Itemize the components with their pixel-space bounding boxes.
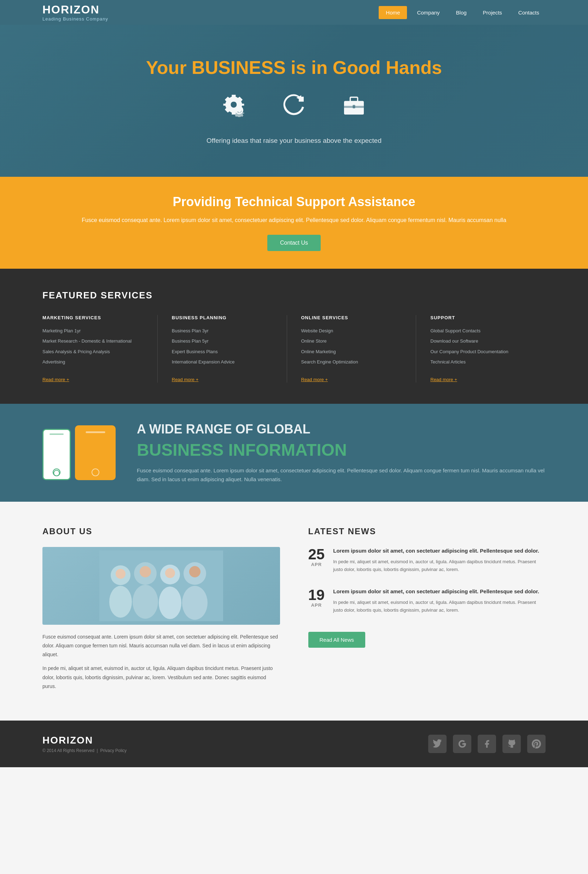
contact-us-button[interactable]: Contact Us [267, 235, 321, 251]
support-description: Fusce euismod consequat ante. Lorem ipsu… [71, 216, 517, 225]
hero-section: Your BUSINESS is in Good Hands [0, 25, 588, 177]
devices-illustration [42, 425, 116, 480]
about-column: ABOUT US [42, 526, 280, 696]
news-date-1: 25 APR [308, 547, 325, 567]
read-all-news-button[interactable]: Read All News [308, 632, 366, 648]
online-item-3: Online Marketing [301, 348, 405, 355]
online-item-4: Search Engine Optimization [301, 358, 405, 366]
nav-projects[interactable]: Projects [477, 7, 508, 18]
news-day-2: 19 [308, 588, 325, 603]
support-item-2: Download our Software [430, 338, 535, 345]
marketing-item-4: Advertising [42, 358, 147, 366]
svg-point-10 [133, 585, 158, 619]
people-illustration [42, 547, 280, 625]
support-col-title: SUPPORT [430, 315, 535, 320]
support-section: Providing Technical Support Assistance F… [0, 177, 588, 269]
nav-links: Home Company Blog Projects Contacts [379, 6, 546, 19]
hero-icons [146, 92, 442, 123]
svg-point-12 [159, 586, 182, 619]
nav-home[interactable]: Home [379, 6, 407, 19]
service-col-business: BUSINESS PLANNING Business Plan 3yr Busi… [172, 315, 287, 382]
news-month-2: APR [308, 603, 325, 608]
logo-area: HORIZON Leading Business Company [42, 3, 108, 22]
briefcase-icon [342, 92, 366, 123]
hero-title-pre: Your [146, 57, 192, 78]
nav-contacts[interactable]: Contacts [512, 7, 546, 18]
google-plus-icon[interactable] [453, 735, 471, 753]
online-title: ONLINE SERVICES [301, 315, 405, 320]
service-col-support: SUPPORT Global Support Contacts Download… [430, 315, 546, 382]
business-title: BUSINESS PLANNING [172, 315, 276, 320]
svg-rect-5 [353, 105, 356, 108]
footer-logo: HORIZON [42, 735, 127, 746]
bottom-section: ABOUT US [0, 502, 588, 721]
business-readmore[interactable]: Read more + [172, 377, 199, 382]
svg-point-8 [109, 586, 132, 618]
support-readmore[interactable]: Read more + [430, 377, 457, 382]
marketing-item-1: Marketing Plan 1yr [42, 327, 147, 334]
footer-social-icons [428, 735, 546, 753]
logo-tagline: Leading Business Company [42, 16, 108, 22]
navbar: HORIZON Leading Business Company Home Co… [0, 0, 588, 25]
refresh-icon [282, 92, 306, 123]
global-text-block: A WIDE RANGE OF GLOBAL BUSINESS INFORMAT… [137, 421, 546, 484]
global-section: A WIDE RANGE OF GLOBAL BUSINESS INFORMAT… [0, 404, 588, 502]
about-heading: ABOUT US [42, 526, 280, 536]
footer: HORIZON © 2014 All Rights Reserved | Pri… [0, 721, 588, 767]
svg-point-18 [189, 566, 201, 577]
services-section: FEATURED SERVICES MARKETING SERVICES Mar… [0, 269, 588, 404]
twitter-icon[interactable] [428, 735, 447, 753]
svg-point-17 [165, 568, 175, 578]
support-item-3: Our Company Product Documentation [430, 348, 535, 355]
business-item-1: Business Plan 3yr [172, 327, 276, 334]
footer-copyright: © 2014 All Rights Reserved | Privacy Pol… [42, 748, 127, 753]
svg-point-15 [116, 569, 126, 579]
news-content-1: Lorem ipsum dolor sit amet, con sectetue… [333, 547, 546, 573]
pinterest-icon[interactable] [527, 735, 546, 753]
online-readmore[interactable]: Read more + [301, 377, 328, 382]
news-item-1: 25 APR Lorem ipsum dolor sit amet, con s… [308, 547, 546, 573]
online-item-2: Online Store [301, 338, 405, 345]
services-grid: MARKETING SERVICES Marketing Plan 1yr Ma… [42, 315, 546, 382]
news-date-2: 19 APR [308, 588, 325, 608]
news-month-1: APR [308, 562, 325, 567]
news-body-1: In pede mi, aliquet sit amet, euismod in… [333, 558, 546, 573]
hero-subtitle: Offering ideas that raise your business … [146, 137, 442, 145]
about-image [42, 547, 280, 625]
global-description: Fusce euismod consequat ante. Lorem ipsu… [137, 466, 546, 484]
about-para-1: Fusce euismod consequat ante. Lorem ipsu… [42, 633, 280, 660]
support-title: Providing Technical Support Assistance [71, 195, 517, 209]
hero-title-post: is in Good Hands [286, 57, 442, 78]
news-content-2: Lorem ipsum dolor sit amet, con sectetue… [333, 588, 546, 614]
news-day-1: 25 [308, 547, 325, 562]
github-icon[interactable] [502, 735, 521, 753]
facebook-icon[interactable] [478, 735, 496, 753]
online-item-1: Website Design [301, 327, 405, 334]
news-heading: LATEST NEWS [308, 526, 546, 536]
marketing-item-2: Market Research - Domestic & Internation… [42, 338, 147, 345]
phone-device [42, 429, 71, 480]
about-para-2: In pede mi, aliquet sit amet, euismod in… [42, 664, 280, 691]
svg-point-16 [140, 566, 151, 577]
business-item-2: Business Plan 5yr [172, 338, 276, 345]
marketing-readmore[interactable]: Read more + [42, 377, 69, 382]
global-title-line1: A WIDE RANGE OF GLOBAL [137, 421, 546, 437]
gear-icon [221, 92, 246, 123]
news-column: LATEST NEWS 25 APR Lorem ipsum dolor sit… [308, 526, 546, 696]
global-title-line2: BUSINESS INFORMATION [137, 440, 546, 460]
service-col-online: ONLINE SERVICES Website Design Online St… [301, 315, 417, 382]
tablet-device [75, 425, 116, 480]
news-item-2: 19 APR Lorem ipsum dolor sit amet, con s… [308, 588, 546, 614]
hero-title-accent: BUSINESS [192, 57, 286, 78]
footer-left: HORIZON © 2014 All Rights Reserved | Pri… [42, 735, 127, 753]
news-headline-2: Lorem ipsum dolor sit amet, con sectetue… [333, 588, 546, 595]
business-item-4: International Expansion Advice [172, 358, 276, 366]
privacy-policy-link[interactable]: Privacy Policy [100, 748, 127, 753]
news-body-2: In pede mi, aliquet sit amet, euismod in… [333, 598, 546, 614]
marketing-item-3: Sales Analysis & Pricing Analysis [42, 348, 147, 355]
logo-title: HORIZON [42, 3, 108, 16]
business-item-3: Expert Business Plans [172, 348, 276, 355]
nav-blog[interactable]: Blog [450, 7, 473, 18]
nav-company[interactable]: Company [411, 7, 446, 18]
support-item-1: Global Support Contacts [430, 327, 535, 334]
